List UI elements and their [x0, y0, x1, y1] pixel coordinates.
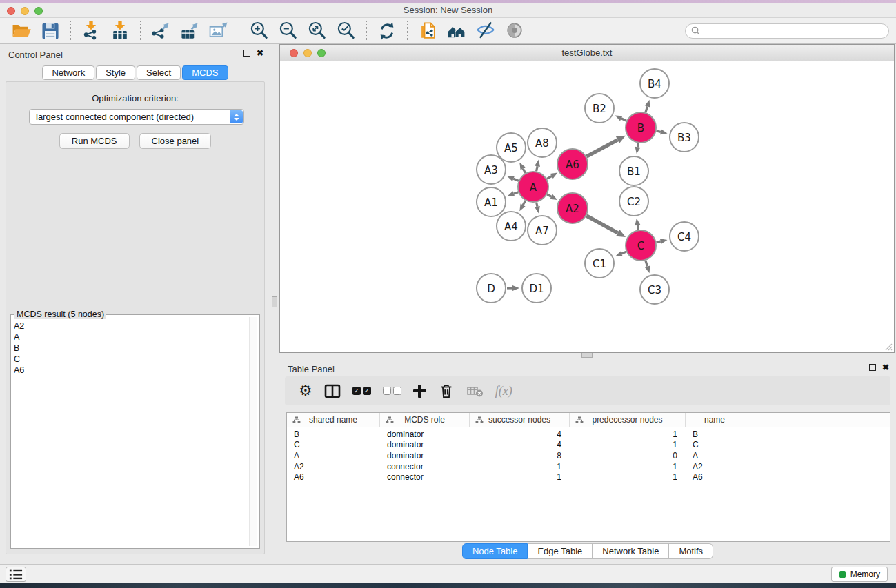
- graph-node-C[interactable]: C: [626, 230, 656, 261]
- zoom-selected-button[interactable]: [335, 19, 358, 43]
- result-item[interactable]: A6: [14, 365, 247, 376]
- graph-node-C4[interactable]: C4: [670, 222, 699, 251]
- resize-grip-icon[interactable]: [883, 341, 893, 351]
- graph-node-A4[interactable]: A4: [497, 212, 526, 241]
- edge-C-C1[interactable]: [621, 252, 626, 254]
- float-panel-icon[interactable]: [869, 364, 876, 371]
- graph-node-D1[interactable]: D1: [522, 274, 551, 303]
- column-header-shared-name[interactable]: shared name: [287, 413, 380, 427]
- tab-select[interactable]: Select: [137, 65, 181, 80]
- tab-style[interactable]: Style: [96, 65, 135, 80]
- graph-node-B1[interactable]: B1: [619, 156, 648, 185]
- tab-motifs[interactable]: Motifs: [669, 543, 713, 559]
- result-item[interactable]: B: [14, 343, 247, 354]
- result-item[interactable]: C: [14, 354, 247, 365]
- tab-edge-table[interactable]: Edge Table: [528, 543, 593, 559]
- graph-node-B4[interactable]: B4: [640, 69, 669, 98]
- edge-B-B4[interactable]: [646, 106, 648, 112]
- result-scrollbar[interactable]: [249, 317, 257, 546]
- memory-button[interactable]: Memory: [831, 567, 888, 582]
- network-minimize-button[interactable]: [303, 49, 312, 57]
- result-item[interactable]: A: [14, 332, 247, 343]
- edge-A-A8[interactable]: [537, 166, 537, 171]
- graph-node-A8[interactable]: A8: [528, 128, 557, 157]
- zoom-in-button[interactable]: [248, 19, 271, 43]
- tab-network-table[interactable]: Network Table: [593, 543, 669, 559]
- criterion-select[interactable]: largest connected component (directed): [29, 109, 244, 125]
- graph-node-A3[interactable]: A3: [477, 155, 506, 184]
- graph-node-A[interactable]: A: [518, 172, 548, 202]
- tab-node-table[interactable]: Node Table: [462, 543, 528, 559]
- select-all-button[interactable]: ✓ ✓: [352, 381, 371, 401]
- network-zoom-button[interactable]: [317, 49, 326, 57]
- table-row[interactable]: Cdominator41C: [287, 440, 890, 451]
- column-header-mcds-role[interactable]: MCDS role: [380, 413, 470, 427]
- column-header-predecessor-nodes[interactable]: predecessor nodes: [570, 413, 686, 427]
- export-table-button[interactable]: [178, 19, 201, 43]
- first-neighbors-button[interactable]: [445, 19, 468, 43]
- tab-network[interactable]: Network: [42, 65, 94, 80]
- graph-node-D[interactable]: D: [477, 274, 506, 303]
- clone-network-button[interactable]: [416, 19, 439, 43]
- graph-node-B2[interactable]: B2: [585, 94, 614, 123]
- vertical-split-handle[interactable]: [272, 296, 277, 307]
- function-builder-button[interactable]: f(x): [495, 381, 512, 401]
- edge-C-C2[interactable]: [637, 225, 638, 230]
- export-image-button[interactable]: [207, 19, 230, 43]
- edge-A-A1[interactable]: [514, 192, 518, 194]
- refresh-button[interactable]: [375, 19, 399, 43]
- import-network-button[interactable]: [79, 19, 103, 43]
- tab-mcds[interactable]: MCDS: [182, 65, 228, 80]
- task-history-button[interactable]: [6, 567, 26, 582]
- column-header-name[interactable]: name: [686, 413, 744, 427]
- zoom-window-button[interactable]: [34, 7, 43, 15]
- edge-A-A3[interactable]: [513, 179, 518, 181]
- delete-table-button[interactable]: [466, 381, 484, 401]
- edge-B-B2[interactable]: [621, 119, 626, 121]
- network-canvas[interactable]: A5A8A6A3AA1A2A4A7B2B4BB3B1C2CC4C1C3DD1: [280, 61, 894, 352]
- zoom-fit-button[interactable]: [306, 19, 329, 43]
- column-header-successor-nodes[interactable]: successor nodes: [470, 413, 570, 427]
- close-panel-icon[interactable]: ✖: [257, 50, 263, 57]
- graph-node-A1[interactable]: A1: [477, 187, 506, 216]
- edge-A2-C[interactable]: [586, 216, 617, 233]
- open-session-button[interactable]: [10, 19, 33, 43]
- edge-A-A6[interactable]: [547, 176, 552, 179]
- edge-A-A7[interactable]: [537, 203, 537, 207]
- hide-selected-button[interactable]: [474, 19, 497, 43]
- table-row[interactable]: Bdominator41B: [287, 429, 890, 440]
- table-row[interactable]: Adominator80A: [287, 450, 890, 461]
- import-table-button[interactable]: [108, 19, 132, 43]
- edge-A-A2[interactable]: [547, 194, 551, 196]
- deselect-all-button[interactable]: [383, 381, 401, 401]
- edge-A6-B[interactable]: [586, 140, 617, 156]
- edge-C-C3[interactable]: [646, 261, 648, 267]
- edge-B-B3[interactable]: [656, 131, 660, 132]
- zoom-out-button[interactable]: [277, 19, 300, 43]
- edge-A-A5[interactable]: [523, 169, 526, 173]
- close-panel-icon[interactable]: ✖: [882, 364, 889, 371]
- graph-node-C1[interactable]: C1: [585, 249, 614, 278]
- search-field[interactable]: [685, 23, 889, 39]
- edge-A-A4[interactable]: [523, 201, 526, 205]
- graph-node-A2[interactable]: A2: [557, 193, 588, 223]
- table-row[interactable]: A2connector11A2: [287, 461, 890, 472]
- close-window-button[interactable]: [7, 7, 15, 15]
- table-row[interactable]: A6connector11A6: [287, 472, 890, 483]
- network-close-button[interactable]: [290, 49, 298, 57]
- edge-C-C4[interactable]: [657, 241, 661, 242]
- graph-node-A6[interactable]: A6: [557, 149, 588, 179]
- graph-node-A5[interactable]: A5: [497, 133, 526, 162]
- network-window-titlebar[interactable]: testGlobe.txt: [280, 45, 894, 61]
- minimize-window-button[interactable]: [21, 7, 29, 15]
- save-session-button[interactable]: [39, 19, 62, 43]
- edge-B-B1[interactable]: [637, 143, 638, 148]
- export-network-button[interactable]: [149, 19, 172, 43]
- graph-node-B3[interactable]: B3: [670, 123, 699, 152]
- graph-node-C3[interactable]: C3: [640, 275, 669, 304]
- float-panel-icon[interactable]: [243, 50, 250, 57]
- search-input[interactable]: [700, 26, 883, 36]
- graph-node-B[interactable]: B: [626, 112, 656, 143]
- result-item[interactable]: A2: [14, 321, 247, 332]
- delete-column-button[interactable]: [438, 381, 455, 401]
